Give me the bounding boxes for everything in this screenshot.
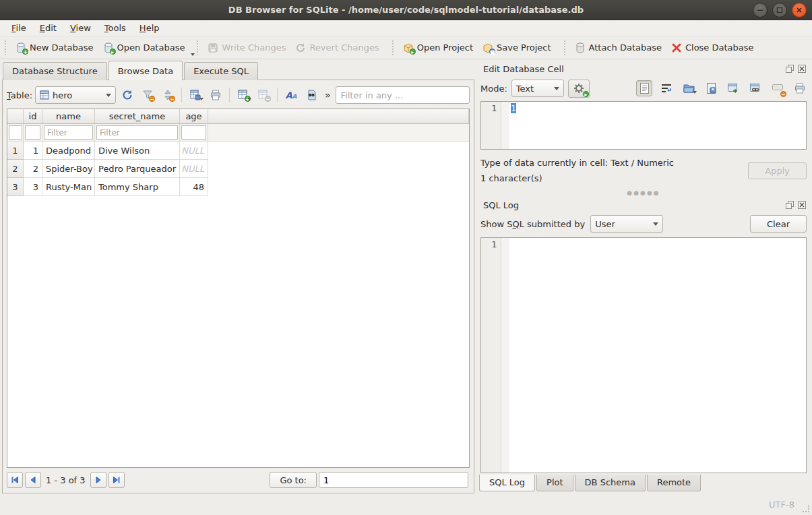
goto-input[interactable]	[319, 472, 468, 488]
cell-editor-line-number: 1	[481, 102, 501, 149]
sql-log-editor[interactable]: 1	[480, 237, 807, 473]
word-wrap-button[interactable]	[658, 80, 675, 96]
title-bar[interactable]: DB Browser for SQLite - /home/user/code/…	[0, 0, 812, 20]
mode-select[interactable]: Text	[511, 80, 564, 97]
import-data-button[interactable]	[681, 80, 697, 96]
font-settings-button[interactable]: AA	[282, 86, 300, 104]
cell-age[interactable]: NULL	[180, 160, 208, 178]
cell-editor-content[interactable]: 1	[509, 102, 806, 149]
cell-secret-name[interactable]: Pedro Parqueador	[95, 160, 180, 178]
toolbar-overflow-chevron[interactable]: »	[323, 90, 333, 100]
tab-execute-sql[interactable]: Execute SQL	[184, 62, 258, 80]
window-controls	[753, 3, 807, 18]
write-changes-button[interactable]: Write Changes	[203, 40, 290, 56]
cell-secret-name[interactable]: Tommy Sharp	[95, 178, 180, 196]
tab-plot[interactable]: Plot	[536, 475, 573, 491]
cell-age[interactable]: NULL	[180, 142, 208, 160]
insert-record-button[interactable]: +	[235, 86, 252, 104]
revert-changes-button[interactable]: Revert Changes	[290, 40, 383, 56]
cell-editor-margin	[501, 102, 509, 149]
previous-record-button[interactable]	[25, 472, 41, 488]
close-dock-button[interactable]	[797, 64, 807, 73]
tab-sql-log[interactable]: SQL Log	[479, 475, 535, 491]
row-number[interactable]: 3	[7, 178, 24, 196]
clear-sorting-button[interactable]: −	[159, 86, 177, 104]
sql-source-select[interactable]: User	[590, 215, 663, 233]
print-cell-button[interactable]	[792, 80, 808, 96]
close-button[interactable]	[792, 3, 807, 18]
row-number[interactable]: 2	[7, 160, 24, 178]
maximize-button[interactable]	[772, 3, 787, 18]
menu-file[interactable]: File	[5, 21, 32, 35]
goto-button[interactable]: Go to:	[270, 472, 317, 488]
cell-id[interactable]: 3	[24, 178, 42, 196]
auto-switch-mode-button[interactable]: ▸	[568, 80, 590, 98]
open-project-button[interactable]: ▸ Open Project	[398, 40, 478, 56]
filter-any-input[interactable]	[336, 86, 470, 104]
tab-database-structure[interactable]: Database Structure	[3, 62, 107, 80]
cell-name[interactable]: Rusty-Man	[42, 178, 95, 196]
cell-age[interactable]: 48	[180, 178, 208, 196]
float-icon	[786, 201, 794, 209]
open-database-button[interactable]: ▸ Open Database	[98, 40, 190, 56]
apply-button[interactable]: Apply	[748, 162, 807, 179]
horizontal-splitter[interactable]: ●●●●●	[479, 189, 808, 197]
tab-db-schema[interactable]: DB Schema	[575, 475, 646, 491]
row-number[interactable]: 1	[7, 142, 24, 160]
column-header-age[interactable]: age	[180, 109, 208, 124]
menu-help[interactable]: Help	[133, 21, 166, 35]
tab-remote[interactable]: Remote	[647, 475, 701, 491]
cell-name[interactable]: Deadpond	[42, 142, 95, 160]
column-header-name[interactable]: name	[42, 109, 95, 124]
corner-header[interactable]	[7, 109, 24, 124]
column-header-id[interactable]: id	[24, 109, 42, 124]
float-dock-button[interactable]	[785, 200, 794, 210]
table-select[interactable]: hero	[35, 86, 116, 104]
text-mode-button[interactable]	[636, 80, 652, 96]
cell-editor[interactable]: 1 1	[480, 101, 807, 150]
first-record-icon	[11, 476, 19, 484]
set-null-button[interactable]: −	[770, 80, 786, 96]
tab-browse-data[interactable]: Browse Data	[108, 61, 183, 80]
export-data-button[interactable]	[703, 80, 719, 96]
open-in-external-button[interactable]	[725, 80, 741, 96]
new-database-button[interactable]: + New Database	[11, 40, 98, 56]
print-table-button[interactable]	[207, 86, 224, 104]
last-record-button[interactable]	[108, 472, 125, 488]
save-project-button[interactable]: ■ Save Project	[478, 40, 556, 56]
next-record-button[interactable]	[90, 472, 106, 488]
first-record-button[interactable]	[7, 472, 23, 488]
delete-record-button[interactable]: −	[255, 86, 272, 104]
filter-input-name[interactable]	[44, 125, 93, 140]
sql-log-content[interactable]	[509, 238, 806, 473]
cell-secret-name[interactable]: Dive Wilson	[95, 142, 180, 160]
menu-tools[interactable]: Tools	[98, 21, 132, 35]
encoding-indicator[interactable]: UTF-8	[769, 499, 794, 510]
resize-grip[interactable]	[802, 505, 810, 513]
clear-filters-button[interactable]: −	[139, 86, 156, 104]
filter-input-id-blank[interactable]	[9, 125, 22, 140]
refresh-button[interactable]	[119, 86, 136, 104]
filter-input-id[interactable]	[25, 125, 40, 140]
minimize-button[interactable]	[753, 3, 768, 18]
column-header-secret-name[interactable]: secret_name	[95, 109, 180, 124]
export-table-button[interactable]	[187, 86, 204, 104]
menu-edit[interactable]: Edit	[34, 21, 63, 35]
sql-log-title: SQL Log	[483, 200, 785, 210]
float-dock-button[interactable]	[785, 64, 794, 73]
cell-id[interactable]: 2	[24, 160, 42, 178]
copy-link-button[interactable]	[747, 80, 763, 96]
cell-name[interactable]: Spider-Boy	[42, 160, 95, 178]
grid-filter-row	[7, 124, 469, 142]
open-database-dropdown-arrow[interactable]	[191, 53, 195, 56]
menu-view[interactable]: View	[64, 21, 97, 35]
cell-id[interactable]: 1	[24, 142, 42, 160]
clear-log-button[interactable]: Clear	[750, 215, 807, 233]
close-dock-button[interactable]	[797, 200, 807, 210]
attach-database-button[interactable]: Attach Database	[570, 40, 666, 56]
find-in-table-button[interactable]	[303, 86, 320, 104]
toolbar-drag-handle[interactable]	[5, 40, 9, 55]
filter-input-age[interactable]	[181, 125, 206, 140]
close-database-button[interactable]: Close Database	[666, 40, 759, 56]
filter-input-secret-name[interactable]	[96, 125, 178, 140]
